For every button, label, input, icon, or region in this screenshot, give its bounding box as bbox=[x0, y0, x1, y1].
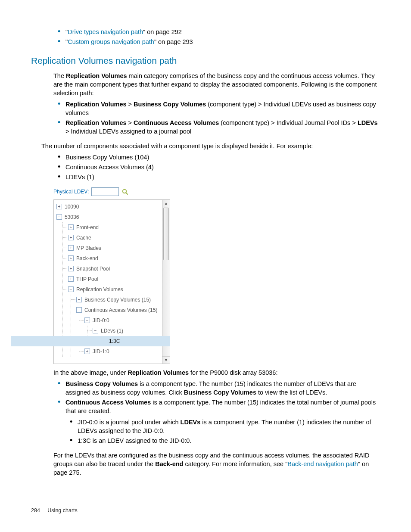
bold-term: Replication Volumes bbox=[66, 72, 127, 79]
list-item: Replication Volumes > Continuous Access … bbox=[65, 118, 380, 136]
sub-list: JID-0:0 is a journal pool under which LD… bbox=[78, 418, 380, 445]
tree-node-back-end[interactable]: +Back-end bbox=[65, 253, 170, 264]
text: " on page 293 bbox=[154, 38, 193, 45]
expand-icon[interactable]: + bbox=[56, 204, 62, 209]
tree-node-snapshot-pool[interactable]: +Snapshot Pool bbox=[65, 264, 170, 274]
tree-node-thp-pool[interactable]: +THP Pool bbox=[65, 274, 170, 284]
expand-icon[interactable]: + bbox=[84, 348, 90, 354]
collapse-icon[interactable]: − bbox=[56, 214, 62, 220]
tail-paragraph: For the LDEVs that are configured as the… bbox=[53, 451, 380, 477]
expand-icon[interactable]: + bbox=[68, 224, 74, 230]
tree-node-10090[interactable]: +10090 bbox=[56, 202, 170, 212]
chapter-title: Using charts bbox=[47, 507, 77, 513]
tree-panel: Physical LDEV: ▲ ▼ +10090 −53036 +Front-… bbox=[53, 187, 170, 364]
tree-node-cache[interactable]: +Cache bbox=[65, 233, 170, 243]
page-footer: 284 Using charts bbox=[31, 507, 380, 514]
list-item: JID-0:0 is a journal pool under which LD… bbox=[78, 418, 380, 435]
list-item: Replication Volumes > Business Copy Volu… bbox=[65, 100, 380, 117]
tree-node-business-copy-volumes[interactable]: +Business Copy Volumes (15) bbox=[73, 295, 170, 305]
tree-node-mp-blades[interactable]: +MP Blades bbox=[65, 243, 170, 253]
expand-icon[interactable]: + bbox=[68, 235, 74, 240]
tree-node-replication-volumes[interactable]: −Replication Volumes bbox=[65, 284, 170, 295]
tree-node-front-end[interactable]: +Front-end bbox=[65, 222, 170, 233]
example-list: Business Copy Volumes (104) Continuous A… bbox=[53, 153, 380, 181]
search-label: Physical LDEV: bbox=[53, 188, 89, 196]
num-line: The number of components associated with… bbox=[41, 142, 380, 150]
tree-node-1-3c[interactable]: 1:3C bbox=[97, 336, 170, 346]
tree-node-jid-0-0[interactable]: −JID-0:0 bbox=[81, 315, 170, 326]
physical-ldev-input[interactable] bbox=[91, 187, 119, 196]
path-list: Replication Volumes > Business Copy Volu… bbox=[53, 100, 380, 136]
svg-line-1 bbox=[126, 193, 128, 194]
collapse-icon[interactable]: − bbox=[93, 328, 98, 333]
expand-icon[interactable]: + bbox=[68, 255, 74, 261]
tree-box: ▲ ▼ +10090 −53036 +Front-end +Cache +MP … bbox=[53, 199, 170, 364]
text: " on page 292 bbox=[143, 28, 182, 35]
tree-node-ldevs[interactable]: −LDevs (1) bbox=[89, 326, 170, 336]
page-number: 284 bbox=[31, 507, 40, 514]
collapse-icon[interactable]: − bbox=[68, 286, 74, 292]
list-item: Business Copy Volumes (104) bbox=[65, 153, 380, 162]
tree-search-row: Physical LDEV: bbox=[53, 187, 170, 196]
intro-paragraph: The Replication Volumes main category co… bbox=[53, 72, 380, 97]
tree-node-53036[interactable]: −53036 bbox=[56, 212, 170, 222]
tree-node-continuous-access-volumes[interactable]: −Continous Access Volumes (15) bbox=[73, 305, 170, 315]
collapse-icon[interactable]: − bbox=[84, 317, 90, 323]
link-drive-types[interactable]: Drive types navigation path bbox=[68, 28, 143, 35]
list-item: Continuous Access Volumes is a component… bbox=[65, 398, 380, 445]
scroll-down-icon[interactable]: ▼ bbox=[162, 356, 170, 364]
tree-node-jid-1-0[interactable]: +JID-1:0 bbox=[81, 346, 170, 357]
collapse-icon[interactable]: − bbox=[76, 307, 82, 313]
list-item: 1:3C is an LDEV assigned to the JID-0:0. bbox=[78, 436, 380, 445]
section-heading: Replication Volumes navigation path bbox=[31, 55, 380, 67]
top-link-list: "Drive types navigation path" on page 29… bbox=[53, 28, 380, 46]
list-item: Business Copy Volumes is a component typ… bbox=[65, 380, 380, 397]
link-custom-groups[interactable]: Custom groups navigation path bbox=[68, 38, 154, 45]
list-item: Continuous Access Volumes (4) bbox=[65, 163, 380, 171]
list-item: "Drive types navigation path" on page 29… bbox=[65, 28, 380, 36]
expand-icon[interactable]: + bbox=[76, 297, 82, 302]
expand-icon[interactable]: + bbox=[68, 245, 74, 251]
link-back-end-nav[interactable]: Back-end navigation path bbox=[287, 460, 358, 467]
below-image-paragraph: In the above image, under Replication Vo… bbox=[53, 368, 380, 377]
list-item: "Custom groups navigation path" on page … bbox=[65, 37, 380, 46]
description-list: Business Copy Volumes is a component typ… bbox=[53, 380, 380, 445]
expand-icon[interactable]: + bbox=[68, 266, 74, 271]
list-item: LDEVs (1) bbox=[65, 173, 380, 181]
expand-icon[interactable]: + bbox=[68, 276, 74, 282]
search-icon[interactable] bbox=[121, 188, 128, 195]
